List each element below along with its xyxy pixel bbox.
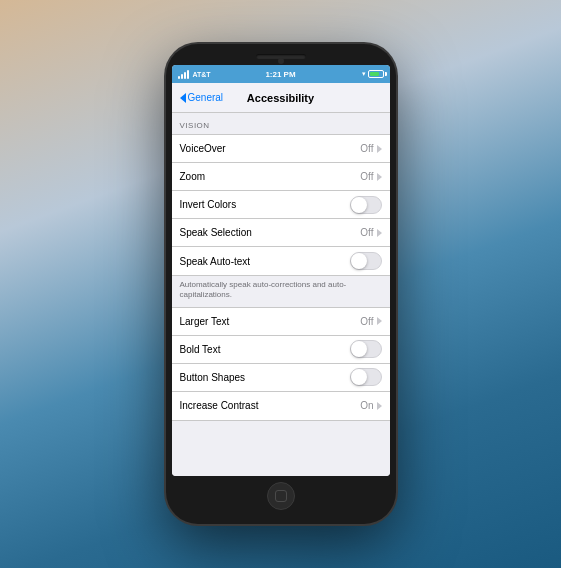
wifi-icon: ▾ xyxy=(362,70,366,78)
button-shapes-knob xyxy=(351,369,367,385)
speak-selection-label: Speak Selection xyxy=(180,227,252,238)
invert-colors-label: Invert Colors xyxy=(180,199,237,210)
button-shapes-item[interactable]: Button Shapes xyxy=(172,364,390,392)
speak-auto-text-label: Speak Auto-text xyxy=(180,256,251,267)
speak-auto-text-knob xyxy=(351,253,367,269)
back-label: General xyxy=(188,92,224,103)
speak-selection-right: Off xyxy=(360,227,381,238)
speak-auto-text-item[interactable]: Speak Auto-text xyxy=(172,247,390,275)
speak-selection-chevron xyxy=(377,229,382,237)
zoom-label: Zoom xyxy=(180,171,206,182)
invert-colors-toggle[interactable] xyxy=(350,196,382,214)
invert-colors-knob xyxy=(351,197,367,213)
vision-section-header: VISION xyxy=(172,113,390,134)
larger-text-value: Off xyxy=(360,316,373,327)
status-bar: AT&T 1:21 PM ▾ xyxy=(172,65,390,83)
page-title: Accessibility xyxy=(247,92,314,104)
larger-text-chevron xyxy=(377,317,382,325)
status-right: ▾ xyxy=(362,70,384,78)
speak-selection-value: Off xyxy=(360,227,373,238)
settings-content: VISION VoiceOver Off Zoom Off xyxy=(172,113,390,476)
nav-bar: General Accessibility xyxy=(172,83,390,113)
carrier-label: AT&T xyxy=(193,71,211,78)
chevron-left-icon xyxy=(180,93,186,103)
screen: AT&T 1:21 PM ▾ General Accessibility VIS… xyxy=(172,65,390,476)
signal-bars xyxy=(178,70,189,79)
invert-colors-item[interactable]: Invert Colors xyxy=(172,191,390,219)
larger-text-item[interactable]: Larger Text Off xyxy=(172,308,390,336)
button-shapes-toggle[interactable] xyxy=(350,368,382,386)
zoom-right: Off xyxy=(360,171,381,182)
home-button-inner xyxy=(275,490,287,502)
back-button[interactable]: General xyxy=(180,92,224,103)
bold-text-label: Bold Text xyxy=(180,344,221,355)
increase-contrast-item[interactable]: Increase Contrast On xyxy=(172,392,390,420)
phone-device: AT&T 1:21 PM ▾ General Accessibility VIS… xyxy=(166,44,396,524)
zoom-item[interactable]: Zoom Off xyxy=(172,163,390,191)
battery-fill xyxy=(370,72,380,76)
status-time: 1:21 PM xyxy=(265,70,295,79)
increase-contrast-chevron xyxy=(377,402,382,410)
more-list: Larger Text Off Bold Text Button Shapes xyxy=(172,307,390,421)
bold-text-toggle[interactable] xyxy=(350,340,382,358)
home-button[interactable] xyxy=(267,482,295,510)
zoom-chevron xyxy=(377,173,382,181)
zoom-value: Off xyxy=(360,171,373,182)
speak-auto-text-description: Automatically speak auto-corrections and… xyxy=(172,276,390,307)
vision-list: VoiceOver Off Zoom Off Invert Co xyxy=(172,134,390,276)
bold-text-knob xyxy=(351,341,367,357)
increase-contrast-right: On xyxy=(360,400,381,411)
speak-auto-text-toggle[interactable] xyxy=(350,252,382,270)
larger-text-right: Off xyxy=(360,316,381,327)
button-shapes-label: Button Shapes xyxy=(180,372,246,383)
bold-text-item[interactable]: Bold Text xyxy=(172,336,390,364)
voiceover-chevron xyxy=(377,145,382,153)
increase-contrast-label: Increase Contrast xyxy=(180,400,259,411)
battery-icon xyxy=(368,70,384,78)
voiceover-right: Off xyxy=(360,143,381,154)
increase-contrast-value: On xyxy=(360,400,373,411)
speak-selection-item[interactable]: Speak Selection Off xyxy=(172,219,390,247)
voiceover-item[interactable]: VoiceOver Off xyxy=(172,135,390,163)
voiceover-value: Off xyxy=(360,143,373,154)
larger-text-label: Larger Text xyxy=(180,316,230,327)
voiceover-label: VoiceOver xyxy=(180,143,226,154)
camera xyxy=(278,58,284,64)
status-left: AT&T xyxy=(178,70,211,79)
